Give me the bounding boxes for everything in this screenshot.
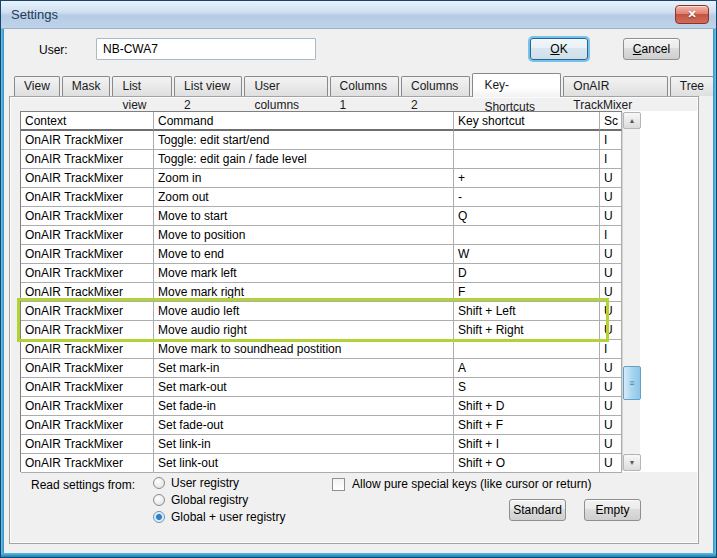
table-cell-shortcut[interactable] [454, 150, 600, 169]
table-cell-shortcut[interactable]: F [454, 283, 600, 302]
table-cell-shortcut[interactable]: Shift + Right [454, 321, 600, 340]
table-cell-scope[interactable]: I [600, 340, 622, 359]
ok-button[interactable]: OK [530, 38, 588, 60]
column-header[interactable]: Command [154, 112, 454, 131]
scroll-down-button[interactable]: ▼ [623, 454, 641, 471]
column-header[interactable]: Sc [600, 112, 622, 131]
table-cell-command[interactable]: Set fade-out [154, 416, 454, 435]
table-cell-shortcut[interactable]: + [454, 169, 600, 188]
titlebar[interactable]: Settings ✕ [1, 1, 716, 29]
table-cell-shortcut[interactable]: Shift + D [454, 397, 600, 416]
standard-button[interactable]: Standard [509, 499, 566, 521]
table-cell-context[interactable]: OnAIR TrackMixer [21, 435, 154, 454]
table-cell-scope[interactable]: U [600, 454, 622, 473]
table-cell-shortcut[interactable] [454, 131, 600, 150]
tab-columns-1[interactable]: Columns 1 [330, 76, 399, 96]
table-cell-scope[interactable]: U [600, 283, 622, 302]
table-cell-scope[interactable]: U [600, 378, 622, 397]
table-cell-context[interactable]: OnAIR TrackMixer [21, 378, 154, 397]
tab-list-view-2[interactable]: List view 2 [174, 76, 242, 96]
table-cell-command[interactable]: Set link-out [154, 454, 454, 473]
table-cell-scope[interactable]: I [600, 226, 622, 245]
table-cell-scope[interactable]: U [600, 169, 622, 188]
radio-global-user-registry[interactable]: Global + user registry [153, 510, 285, 524]
tab-onair-trackmixer[interactable]: OnAIR TrackMixer [563, 76, 667, 96]
table-cell-shortcut[interactable]: W [454, 245, 600, 264]
table-cell-scope[interactable]: U [600, 264, 622, 283]
table-cell-shortcut[interactable]: Shift + Left [454, 302, 600, 321]
tab-columns-2[interactable]: Columns 2 [401, 76, 470, 96]
table-cell-scope[interactable]: U [600, 207, 622, 226]
table-cell-shortcut[interactable] [454, 340, 600, 359]
table-cell-context[interactable]: OnAIR TrackMixer [21, 321, 154, 340]
table-cell-scope[interactable]: I [600, 150, 622, 169]
table-cell-context[interactable]: OnAIR TrackMixer [21, 131, 154, 150]
table-cell-scope[interactable]: U [600, 245, 622, 264]
table-cell-command[interactable]: Move to start [154, 207, 454, 226]
table-cell-shortcut[interactable]: Shift + O [454, 454, 600, 473]
table-cell-context[interactable]: OnAIR TrackMixer [21, 226, 154, 245]
column-header[interactable]: Key shortcut [454, 112, 600, 131]
close-button[interactable]: ✕ [675, 5, 709, 24]
table-cell-command[interactable]: Move audio right [154, 321, 454, 340]
table-cell-command[interactable]: Move mark left [154, 264, 454, 283]
table-cell-context[interactable]: OnAIR TrackMixer [21, 188, 154, 207]
table-cell-context[interactable]: OnAIR TrackMixer [21, 207, 154, 226]
table-cell-shortcut[interactable]: Shift + F [454, 416, 600, 435]
table-cell-command[interactable]: Set mark-out [154, 378, 454, 397]
table-cell-command[interactable]: Toggle: edit start/end [154, 131, 454, 150]
vertical-scrollbar[interactable]: ▲ ≡ ▼ [622, 112, 640, 471]
radio-global-registry[interactable]: Global registry [153, 493, 248, 507]
table-cell-scope[interactable]: I [600, 131, 622, 150]
table-cell-shortcut[interactable]: D [454, 264, 600, 283]
table-cell-scope[interactable]: U [600, 321, 622, 340]
table-cell-context[interactable]: OnAIR TrackMixer [21, 245, 154, 264]
table-cell-context[interactable]: OnAIR TrackMixer [21, 340, 154, 359]
table-cell-scope[interactable]: U [600, 188, 622, 207]
table-cell-shortcut[interactable]: - [454, 188, 600, 207]
tab-view[interactable]: View [14, 76, 60, 96]
table-cell-shortcut[interactable] [454, 226, 600, 245]
table-cell-command[interactable]: Move mark right [154, 283, 454, 302]
table-cell-command[interactable]: Move to position [154, 226, 454, 245]
table-cell-command[interactable]: Zoom out [154, 188, 454, 207]
table-cell-scope[interactable]: U [600, 302, 622, 321]
table-cell-shortcut[interactable]: Shift + I [454, 435, 600, 454]
table-cell-command[interactable]: Zoom in [154, 169, 454, 188]
tab-list-view[interactable]: List view [112, 76, 172, 96]
radio-user-registry[interactable]: User registry [153, 476, 239, 490]
table-cell-shortcut[interactable]: S [454, 378, 600, 397]
allow-special-keys-checkbox[interactable]: Allow pure special keys (like cursor or … [332, 477, 591, 491]
table-cell-context[interactable]: OnAIR TrackMixer [21, 283, 154, 302]
table-cell-scope[interactable]: U [600, 416, 622, 435]
table-cell-shortcut[interactable]: A [454, 359, 600, 378]
table-cell-context[interactable]: OnAIR TrackMixer [21, 416, 154, 435]
table-cell-context[interactable]: OnAIR TrackMixer [21, 169, 154, 188]
scrollbar-thumb[interactable]: ≡ [623, 366, 641, 400]
user-input[interactable]: NB-CWA7 [96, 38, 316, 60]
empty-button[interactable]: Empty [584, 499, 641, 521]
table-cell-scope[interactable]: U [600, 435, 622, 454]
table-cell-context[interactable]: OnAIR TrackMixer [21, 359, 154, 378]
table-cell-context[interactable]: OnAIR TrackMixer [21, 397, 154, 416]
table-cell-command[interactable]: Move audio left [154, 302, 454, 321]
table-cell-command[interactable]: Move mark to soundhead postition [154, 340, 454, 359]
table-cell-scope[interactable]: U [600, 359, 622, 378]
tab-key-shortcuts[interactable]: Key-Shortcuts [472, 73, 561, 97]
tab-mask[interactable]: Mask [62, 76, 111, 96]
table-cell-scope[interactable]: U [600, 397, 622, 416]
cancel-button[interactable]: Cancel [623, 38, 680, 60]
tab-user-columns[interactable]: User columns [244, 76, 327, 96]
table-cell-command[interactable]: Toggle: edit gain / fade level [154, 150, 454, 169]
table-cell-context[interactable]: OnAIR TrackMixer [21, 302, 154, 321]
table-cell-context[interactable]: OnAIR TrackMixer [21, 150, 154, 169]
table-cell-context[interactable]: OnAIR TrackMixer [21, 264, 154, 283]
table-cell-context[interactable]: OnAIR TrackMixer [21, 454, 154, 473]
column-header[interactable]: Context [21, 112, 154, 131]
table-cell-command[interactable]: Set fade-in [154, 397, 454, 416]
table-cell-shortcut[interactable]: Q [454, 207, 600, 226]
table-cell-command[interactable]: Set mark-in [154, 359, 454, 378]
table-cell-command[interactable]: Move to end [154, 245, 454, 264]
table-cell-command[interactable]: Set link-in [154, 435, 454, 454]
scroll-up-button[interactable]: ▲ [623, 112, 641, 129]
